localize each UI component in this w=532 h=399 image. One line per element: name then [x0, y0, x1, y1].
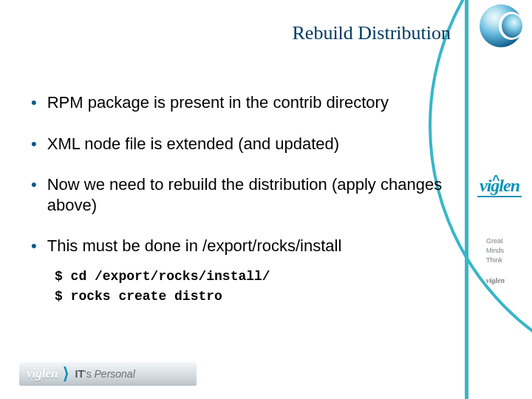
bullet-dot-icon: •: [31, 236, 37, 256]
side-mini-brand: viglen: [473, 276, 526, 284]
side-tagline: Great Minds Think: [473, 236, 526, 265]
bullet-item: • RPM package is present in the contrib …: [31, 92, 445, 113]
footer-tagline: IT's Personal: [75, 368, 135, 380]
brand-underline: [477, 196, 522, 197]
footer-tag-bold: IT: [75, 368, 84, 380]
footer-brand: viglen: [27, 366, 58, 381]
slide-title: Rebuild Distribution: [0, 22, 458, 44]
tagline-word: Minds: [486, 246, 526, 255]
bullet-item: • Now we need to rebuild the distributio…: [31, 174, 445, 215]
bullet-dot-icon: •: [31, 174, 37, 195]
logo-orb-icon: [480, 4, 522, 47]
code-line: $ rocks create distro: [55, 287, 445, 307]
tagline-word: Great: [486, 236, 526, 245]
footer-banner: viglen ⟩ IT's Personal: [19, 362, 197, 386]
code-line: $ cd /export/rocks/install/: [55, 267, 445, 287]
decorative-stripe: [465, 0, 468, 399]
slide: Rebuild Distribution • RPM package is pr…: [0, 0, 532, 399]
bullet-text: Now we need to rebuild the distribution …: [47, 174, 445, 215]
bullet-text: RPM package is present in the contrib di…: [47, 92, 389, 113]
bullet-text: XML node file is extended (and updated): [47, 134, 339, 154]
caret-icon: ^: [492, 173, 500, 188]
side-brand-logo: ^ viglen: [473, 176, 526, 199]
content-area: • RPM package is present in the contrib …: [31, 92, 445, 307]
bullet-dot-icon: •: [31, 134, 37, 154]
footer-tag-ital: Personal: [95, 368, 135, 380]
bullet-item: • This must be done in /export/rocks/ins…: [31, 236, 445, 256]
bullet-dot-icon: •: [31, 92, 37, 113]
bullet-text: This must be done in /export/rocks/insta…: [47, 236, 342, 256]
footer-tag-rest: 's: [84, 368, 95, 380]
code-block: $ cd /export/rocks/install/ $ rocks crea…: [55, 267, 445, 308]
paren-icon: ⟩: [63, 364, 69, 383]
tagline-word: Think: [486, 256, 526, 265]
bullet-item: • XML node file is extended (and updated…: [31, 134, 445, 154]
